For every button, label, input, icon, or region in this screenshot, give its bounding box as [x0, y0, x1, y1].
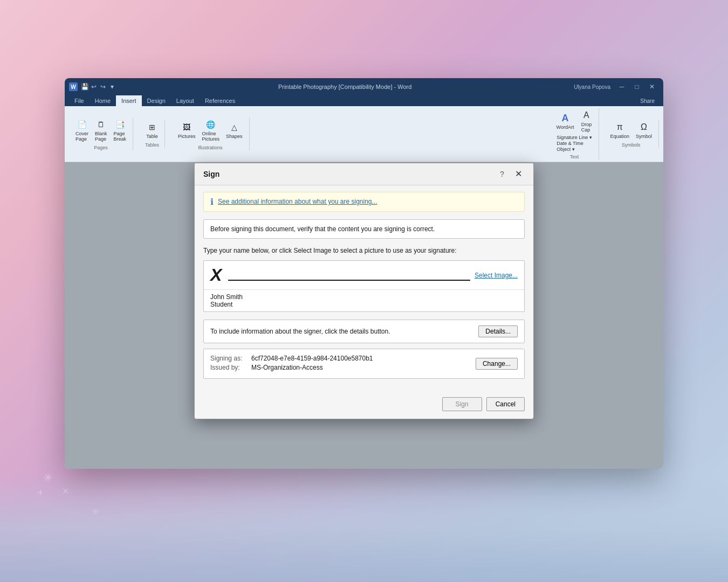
details-button[interactable]: Details...: [478, 325, 518, 337]
sign-button[interactable]: Sign: [442, 397, 482, 411]
signing-as-row: Signing as: 6cf72048-e7e8-4159-a984-2410…: [210, 355, 373, 362]
details-box: To include information about the signer,…: [203, 320, 525, 343]
dialog-overlay: Sign ? ✕ ℹ See additional information ab…: [0, 0, 728, 582]
signature-input-row: X Select Image...: [204, 261, 524, 290]
change-button[interactable]: Change...: [476, 358, 518, 370]
verify-box: Before signing this document, verify tha…: [203, 219, 525, 239]
dialog-titlebar: Sign ? ✕: [195, 163, 533, 185]
signing-as-value: 6cf72048-e7e8-4159-a984-24100e5870b1: [251, 355, 373, 362]
signature-text-input[interactable]: [228, 269, 470, 281]
info-icon: ℹ: [210, 197, 214, 207]
dialog-help-button[interactable]: ?: [497, 169, 507, 179]
signing-as-label: Signing as:: [210, 355, 248, 362]
select-image-button[interactable]: Select Image...: [475, 272, 518, 279]
signer-info: John Smith Student: [204, 290, 524, 311]
details-text: To include information about the signer,…: [210, 328, 390, 335]
dialog-body: ℹ See additional information about what …: [195, 185, 533, 393]
signer-name: John Smith: [210, 293, 518, 301]
issued-by-value: MS-Organization-Access: [251, 364, 323, 371]
instructions-text: Type your name below, or click Select Im…: [203, 246, 525, 255]
x-mark: X: [210, 265, 222, 285]
dialog-footer: Sign Cancel: [195, 393, 533, 419]
info-banner: ℹ See additional information about what …: [203, 192, 525, 212]
issued-by-label: Issued by:: [210, 364, 248, 371]
verify-text: Before signing this document, verify tha…: [210, 225, 435, 233]
signature-area: X Select Image... John Smith Student: [203, 260, 525, 312]
dialog-titlebar-buttons: ? ✕: [497, 168, 525, 181]
info-link[interactable]: See additional information about what yo…: [218, 198, 377, 205]
dialog-close-button[interactable]: ✕: [512, 168, 525, 181]
sign-dialog: Sign ? ✕ ℹ See additional information ab…: [194, 163, 534, 420]
signing-box: Signing as: 6cf72048-e7e8-4159-a984-2410…: [203, 349, 525, 379]
cancel-button[interactable]: Cancel: [486, 397, 525, 411]
issued-by-row: Issued by: MS-Organization-Access: [210, 364, 373, 371]
signer-title: Student: [210, 301, 518, 308]
signing-info: Signing as: 6cf72048-e7e8-4159-a984-2410…: [210, 355, 373, 373]
dialog-title: Sign: [203, 170, 219, 178]
